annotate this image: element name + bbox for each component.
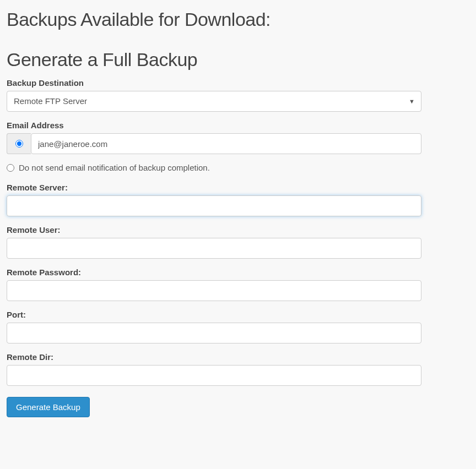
- port-label: Port:: [7, 310, 469, 319]
- email-address-group: Email Address: [7, 121, 469, 154]
- backup-destination-group: Backup Destination Remote FTP Server ▼: [7, 78, 469, 112]
- no-notify-group: Do not send email notification of backup…: [7, 163, 469, 174]
- generate-full-backup-heading: Generate a Full Backup: [7, 49, 469, 70]
- no-notify-radio[interactable]: [7, 164, 14, 172]
- email-address-label: Email Address: [7, 121, 469, 130]
- remote-server-input[interactable]: [7, 195, 421, 216]
- email-address-input[interactable]: [31, 133, 421, 154]
- remote-user-group: Remote User:: [7, 225, 469, 259]
- remote-dir-group: Remote Dir:: [7, 352, 469, 386]
- remote-password-group: Remote Password:: [7, 268, 469, 301]
- email-send-radio[interactable]: [15, 140, 23, 148]
- remote-dir-label: Remote Dir:: [7, 352, 469, 362]
- remote-server-label: Remote Server:: [7, 183, 469, 192]
- remote-user-label: Remote User:: [7, 225, 469, 234]
- backup-destination-select[interactable]: Remote FTP Server: [7, 91, 421, 112]
- no-notify-label: Do not send email notification of backup…: [19, 163, 210, 172]
- port-input[interactable]: [7, 323, 421, 343]
- remote-password-label: Remote Password:: [7, 268, 469, 277]
- generate-backup-button[interactable]: Generate Backup: [7, 397, 90, 417]
- backups-available-heading: Backups Available for Download:: [7, 9, 469, 30]
- remote-user-input[interactable]: [7, 238, 421, 259]
- remote-dir-input[interactable]: [7, 365, 421, 386]
- backup-destination-label: Backup Destination: [7, 78, 469, 88]
- remote-server-group: Remote Server:: [7, 183, 469, 216]
- email-send-radio-addon: [7, 133, 31, 154]
- remote-password-input[interactable]: [7, 280, 421, 301]
- port-group: Port:: [7, 310, 469, 343]
- no-notify-option[interactable]: Do not send email notification of backup…: [7, 163, 210, 172]
